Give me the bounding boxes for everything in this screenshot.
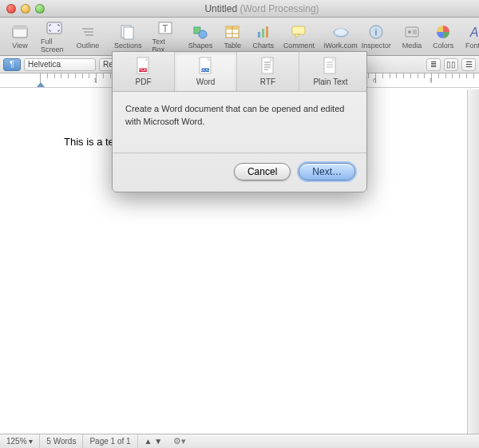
export-tab-rtf[interactable]: RTF <box>237 52 299 91</box>
table-label: Table <box>224 42 242 50</box>
textbox-button[interactable]: T Text Box <box>146 19 183 54</box>
minimize-button[interactable] <box>21 4 30 14</box>
zoom-button[interactable] <box>35 4 45 14</box>
svg-text:T: T <box>162 23 168 34</box>
export-format-tabs: PDF PDF DOC Word RTF Plain Text <box>113 52 366 92</box>
svg-text:PDF: PDF <box>139 67 147 72</box>
charts-label: Charts <box>252 42 274 50</box>
iwork-icon <box>331 23 350 41</box>
sections-label: Sections <box>114 42 142 50</box>
shapes-label: Shapes <box>188 42 213 50</box>
plaintext-icon <box>321 57 340 76</box>
font-family-value: Helvetica <box>28 60 61 69</box>
sections-button[interactable]: Sections <box>109 19 146 54</box>
view-icon <box>10 23 30 41</box>
fonts-button[interactable]: A Fonts <box>459 23 479 50</box>
svg-point-11 <box>199 30 207 38</box>
charts-button[interactable]: Charts <box>247 19 279 54</box>
fullscreen-label: Full Screen <box>41 38 67 54</box>
vertical-scrollbar[interactable] <box>467 89 479 434</box>
svg-text:A: A <box>469 26 479 39</box>
comment-button[interactable]: Comment <box>279 19 319 54</box>
svg-rect-27 <box>413 30 417 34</box>
outline-label: Outline <box>77 42 100 50</box>
media-label: Media <box>402 42 422 50</box>
ruler-number: 7 <box>429 77 432 84</box>
first-line-indent[interactable] <box>37 82 45 87</box>
fullscreen-button[interactable]: Full Screen <box>35 19 73 54</box>
line-spacing-button[interactable]: ≣ <box>426 58 441 71</box>
fonts-label: Fonts <box>465 42 479 50</box>
inspector-icon: i <box>366 23 386 41</box>
svg-rect-1 <box>13 26 27 30</box>
svg-marker-20 <box>295 34 299 38</box>
page-indicator[interactable]: Page 1 of 1 <box>83 434 137 448</box>
charts-icon <box>254 23 273 41</box>
svg-point-26 <box>408 30 411 34</box>
list-style-button[interactable]: ☰ <box>461 58 476 71</box>
view-label: View <box>12 42 27 50</box>
svg-rect-7 <box>124 27 133 39</box>
colors-label: Colors <box>433 42 453 50</box>
title-sub: (Word Processing) <box>240 3 319 14</box>
fonts-icon: A <box>465 23 479 41</box>
zoom-control[interactable]: 125% ▾ <box>0 434 40 448</box>
ruler-number: 1 <box>93 77 97 84</box>
export-tab-plaintext-label: Plain Text <box>313 77 347 86</box>
title-main: Untitled <box>204 3 237 14</box>
svg-rect-2 <box>47 22 61 34</box>
svg-point-22 <box>335 29 346 35</box>
ruler-number: 6 <box>373 77 376 84</box>
textbox-icon: T <box>156 19 175 37</box>
paragraph-style-button[interactable]: ¶ <box>3 58 21 71</box>
svg-rect-19 <box>292 26 305 34</box>
gear-icon[interactable]: ⚙▾ <box>168 436 191 446</box>
export-tab-word[interactable]: DOC Word <box>175 52 237 91</box>
svg-rect-17 <box>262 29 264 38</box>
window-title: Untitled (Word Processing) <box>45 3 479 14</box>
shapes-icon <box>191 23 210 41</box>
outline-button[interactable]: Outline <box>73 19 103 54</box>
export-tab-pdf-label: PDF <box>136 77 152 86</box>
sections-icon <box>118 23 137 41</box>
columns-button[interactable]: ▯▯ <box>444 58 458 71</box>
rtf-icon <box>259 57 278 76</box>
export-tab-pdf[interactable]: PDF PDF <box>113 52 175 91</box>
export-tab-word-label: Word <box>196 77 216 86</box>
inspector-label: Inspector <box>362 42 391 50</box>
comment-icon <box>289 23 308 41</box>
table-icon <box>223 23 242 41</box>
zoom-value: 125% <box>6 437 27 446</box>
outline-icon <box>78 23 97 41</box>
window-controls <box>6 4 45 14</box>
close-button[interactable] <box>6 4 16 14</box>
svg-text:DOC: DOC <box>200 67 210 72</box>
toolbar: View Full Screen Outline Section <box>0 18 479 56</box>
word-doc-icon: DOC <box>196 57 216 76</box>
comment-label: Comment <box>283 42 315 50</box>
table-button[interactable]: Table <box>217 19 247 54</box>
fullscreen-icon <box>45 19 64 37</box>
iwork-button[interactable]: iWork.com <box>326 23 356 50</box>
export-dialog: PDF PDF DOC Word RTF Plain Text <box>112 51 367 192</box>
shapes-button[interactable]: Shapes <box>184 19 218 54</box>
svg-rect-16 <box>258 32 260 38</box>
media-icon <box>402 23 422 41</box>
next-button[interactable]: Next… <box>299 163 355 180</box>
status-bar: 125% ▾ 5 Words Page 1 of 1 ▲ ▼ ⚙▾ <box>0 434 479 448</box>
font-family-select[interactable]: Helvetica <box>24 58 96 71</box>
export-tab-rtf-label: RTF <box>260 77 275 86</box>
cancel-button[interactable]: Cancel <box>234 163 291 180</box>
iwork-label: iWork.com <box>323 42 357 50</box>
word-count[interactable]: 5 Words <box>40 434 83 448</box>
nav-arrows[interactable]: ▲ ▼ <box>138 434 169 448</box>
colors-icon <box>433 23 453 41</box>
view-button[interactable]: View <box>5 19 35 54</box>
export-description: Create a Word document that can be opene… <box>113 92 366 153</box>
titlebar: Untitled (Word Processing) <box>0 0 479 18</box>
export-tab-plaintext[interactable]: Plain Text <box>299 52 362 91</box>
svg-text:i: i <box>375 27 377 37</box>
media-button[interactable]: Media <box>397 23 428 50</box>
colors-button[interactable]: Colors <box>427 23 459 50</box>
inspector-button[interactable]: i Inspector <box>356 23 397 50</box>
